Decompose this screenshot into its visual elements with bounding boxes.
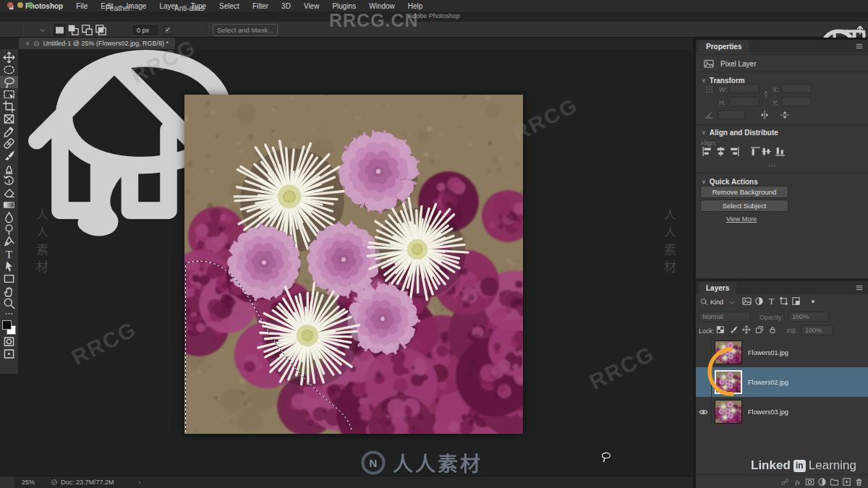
brush-icon[interactable] xyxy=(729,325,738,334)
link-dimensions-icon[interactable] xyxy=(762,86,770,102)
tab-properties[interactable]: Properties xyxy=(699,40,749,53)
gradient-tool[interactable] xyxy=(0,199,18,211)
layer-thumbnail[interactable] xyxy=(715,400,742,424)
history-brush-tool[interactable] xyxy=(0,174,18,187)
kind-caret-icon[interactable] xyxy=(729,300,735,306)
menu-item-help[interactable]: Help xyxy=(401,2,430,10)
menu-item-file[interactable]: File xyxy=(69,2,94,10)
layer-row-flowers02-jpg[interactable]: Flowers02.jpg xyxy=(696,367,868,397)
kind-filter-dropdown[interactable]: Kind xyxy=(710,299,723,306)
color-swatches[interactable] xyxy=(0,318,18,335)
properties-menu-icon[interactable] xyxy=(855,42,864,51)
brush-tool[interactable] xyxy=(0,150,18,162)
reference-point-icon[interactable] xyxy=(705,85,714,94)
align-middle-v-icon[interactable] xyxy=(761,146,772,157)
tab-layers[interactable]: Layers xyxy=(699,282,736,294)
workspace-caret-icon[interactable] xyxy=(842,27,848,33)
x-input[interactable] xyxy=(781,84,812,93)
flip-vertical-icon[interactable] xyxy=(780,110,790,120)
shape-filter-icon[interactable] xyxy=(779,296,788,306)
opacity-input[interactable]: 100% xyxy=(788,312,829,322)
layer-row-flowers03-jpg[interactable]: Flowers03.jpg xyxy=(696,397,868,427)
rectangle-tool[interactable] xyxy=(0,273,18,285)
view-more-link[interactable]: View More xyxy=(726,215,757,223)
lasso-tool[interactable] xyxy=(0,76,18,88)
adjustment-footer-icon[interactable] xyxy=(817,477,827,487)
type-icon[interactable]: T xyxy=(767,296,776,306)
fx-footer-icon[interactable]: fx xyxy=(793,477,802,487)
zoom-tool[interactable] xyxy=(0,297,18,309)
artboard-icon[interactable] xyxy=(755,325,764,334)
quick-mask-button[interactable] xyxy=(0,335,18,348)
menu-item-select[interactable]: Select xyxy=(213,2,246,10)
anti-alias-checkbox[interactable]: ✓ xyxy=(163,26,172,35)
status-chevron[interactable]: › xyxy=(139,479,141,486)
width-input[interactable] xyxy=(729,84,760,93)
menu-item-photoshop[interactable]: Photoshop xyxy=(19,2,69,10)
layers-menu-icon[interactable] xyxy=(855,283,864,292)
layer-search-icon[interactable] xyxy=(700,298,708,306)
document-canvas[interactable] xyxy=(184,95,523,434)
lock-icon[interactable] xyxy=(768,325,777,334)
filter-toggle-icon[interactable] xyxy=(809,297,817,306)
anti-alias-label[interactable]: Anti-alias xyxy=(174,4,204,12)
angle-input[interactable] xyxy=(718,110,745,119)
plus-square-footer-icon[interactable] xyxy=(842,477,851,487)
layer-thumbnail[interactable] xyxy=(715,370,742,394)
pen-tool[interactable] xyxy=(0,236,18,248)
fill-input[interactable]: 100% xyxy=(801,325,833,335)
crop-tool[interactable] xyxy=(0,100,18,113)
y-input[interactable] xyxy=(781,97,812,106)
select-subject-button[interactable]: Select Subject xyxy=(700,200,788,212)
eraser-tool[interactable] xyxy=(0,187,18,199)
layer-row-flowers01-jpg[interactable]: Flowers01.jpg xyxy=(696,338,868,367)
height-input[interactable] xyxy=(729,97,760,106)
tool-preset-caret-icon[interactable] xyxy=(40,27,46,33)
layer-visibility-empty[interactable] xyxy=(696,338,712,367)
zoom-level[interactable]: 25% xyxy=(22,479,35,486)
object-selection-tool[interactable] xyxy=(0,88,18,100)
feather-input[interactable]: 0 px xyxy=(133,25,158,35)
healing-tool[interactable] xyxy=(0,137,18,150)
menu-item-filter[interactable]: Filter xyxy=(246,2,275,10)
mode-subtract-icon[interactable] xyxy=(81,24,93,36)
marquee-tool[interactable] xyxy=(0,64,18,76)
align-bottom-icon[interactable] xyxy=(775,146,786,157)
eyedropper-tool[interactable] xyxy=(0,125,18,137)
trash-footer-icon[interactable] xyxy=(854,477,864,487)
menu-item-3d[interactable]: 3D xyxy=(275,2,297,10)
move-tool[interactable] xyxy=(0,51,18,64)
edit-toolbar-icon[interactable] xyxy=(0,309,18,318)
layer-visibility-empty[interactable] xyxy=(696,367,712,397)
rotate-angle-icon[interactable] xyxy=(705,110,714,119)
align-section-header[interactable]: ∨Align and Distribute xyxy=(702,129,778,137)
align-center-h-icon[interactable] xyxy=(715,146,726,157)
foreground-color-swatch[interactable] xyxy=(2,320,12,330)
align-top-icon[interactable] xyxy=(750,146,761,157)
smart-filter-icon[interactable] xyxy=(791,296,801,306)
tab-close-icon[interactable]: × xyxy=(25,40,30,48)
mask-footer-icon[interactable] xyxy=(805,477,814,487)
minimize-window-button[interactable] xyxy=(17,2,23,8)
adjustment-icon[interactable] xyxy=(754,296,764,306)
hand-tool[interactable] xyxy=(0,285,18,297)
align-left-icon[interactable] xyxy=(702,146,712,157)
document-size[interactable]: Doc: 23.7M/77.2M xyxy=(61,479,114,486)
flip-horizontal-icon[interactable] xyxy=(760,110,770,120)
blend-mode-dropdown[interactable]: Normal xyxy=(699,312,751,322)
close-window-button[interactable] xyxy=(7,2,13,8)
blur-tool[interactable] xyxy=(0,211,18,223)
quick-actions-header[interactable]: ∨Quick Actions xyxy=(702,178,758,186)
path-selection-tool[interactable] xyxy=(0,260,18,273)
move-icon[interactable] xyxy=(742,325,751,334)
mode-new-icon[interactable] xyxy=(54,24,66,36)
type-tool[interactable]: T xyxy=(0,248,18,260)
remove-background-button[interactable]: Remove Background xyxy=(700,186,788,198)
screen-mode-button[interactable] xyxy=(0,348,18,360)
clone-stamp-tool[interactable] xyxy=(0,162,18,174)
checker-icon[interactable] xyxy=(716,325,725,334)
dodge-tool[interactable] xyxy=(0,223,18,236)
document-tab[interactable]: × Untitled-1 @ 25% (Flowers02.jpg, RGB/8… xyxy=(19,38,175,49)
align-right-icon[interactable] xyxy=(729,146,740,157)
folder-footer-icon[interactable] xyxy=(830,477,839,487)
